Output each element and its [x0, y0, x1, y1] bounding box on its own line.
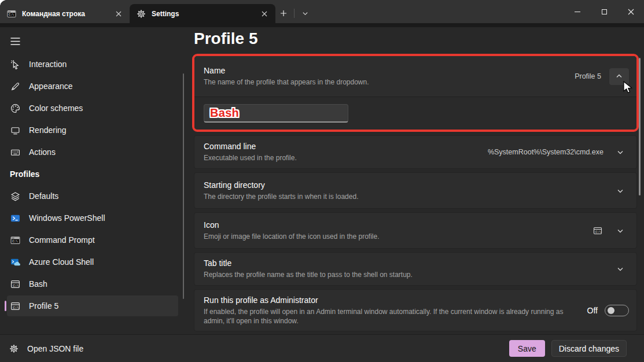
setting-description: Emoji or image file location of the icon… — [204, 232, 593, 241]
svg-text:C:\: C:\ — [13, 305, 19, 309]
setting-value: %SystemRoot%\System32\cmd.exe — [488, 148, 603, 156]
sidebar-item-azure-cloud-shell[interactable]: Azure Cloud Shell — [7, 252, 178, 272]
cmd-icon: C:\ — [10, 235, 20, 245]
row-icon[interactable]: Icon Emoji or image file location of the… — [194, 212, 637, 249]
setting-title: Run this profile as Administrator — [204, 295, 587, 305]
maximize-icon — [602, 9, 607, 14]
setting-description: Replaces the profile name as the title t… — [204, 270, 612, 279]
sidebar-item-label: Defaults — [29, 191, 58, 201]
toggle-knob — [608, 307, 614, 314]
sidebar-item-windows-powershell[interactable]: Windows PowerShell — [7, 208, 178, 228]
sidebar-item-label: Windows PowerShell — [29, 213, 105, 223]
tab-close-icon[interactable] — [113, 9, 124, 19]
chevron-down-icon[interactable] — [612, 227, 629, 234]
setting-title: Tab title — [204, 258, 612, 268]
sidebar-item-label: Interaction — [29, 60, 67, 69]
layers-icon — [10, 191, 20, 201]
save-button[interactable]: Save — [509, 340, 545, 357]
profile-icon-preview: C:\ — [593, 226, 602, 235]
svg-text:C:\: C:\ — [595, 230, 601, 234]
app-window: C:\ Командная строка Settings — [0, 0, 644, 362]
svg-text:C:\: C:\ — [9, 13, 14, 17]
sidebar-item-label: Command Prompt — [29, 235, 95, 245]
name-expander-header[interactable]: Name The name of the profile that appear… — [194, 56, 636, 97]
chevron-down-icon[interactable] — [612, 149, 629, 156]
powershell-icon — [10, 213, 20, 223]
sidebar-item-actions[interactable]: Actions — [7, 142, 178, 162]
row-run-as-administrator: Run this profile as Administrator If ena… — [194, 289, 637, 331]
open-json-file-button[interactable]: Open JSON file — [9, 344, 83, 353]
sidebar-item-label: Appearance — [29, 82, 73, 91]
tab-command-prompt[interactable]: C:\ Командная строка — [0, 4, 130, 23]
setting-value: Profile 5 — [575, 72, 601, 80]
close-icon — [628, 9, 634, 15]
new-tab-button[interactable] — [275, 5, 292, 21]
sidebar-item-rendering[interactable]: Rendering — [7, 120, 178, 141]
terminal-outline-icon: C:\ — [10, 279, 20, 289]
sidebar-item-appearance[interactable]: Appearance — [7, 76, 178, 97]
window-controls — [564, 0, 644, 23]
sidebar-item-label: Actions — [29, 147, 56, 157]
hamburger-menu-button[interactable] — [8, 35, 23, 47]
sidebar-item-profile-5[interactable]: C:\ Profile 5 — [7, 295, 178, 316]
name-expander-collapse-button[interactable] — [609, 68, 629, 85]
annotation-highlight-box: Name The name of the profile that appear… — [192, 54, 639, 132]
chevron-down-icon[interactable] — [612, 187, 629, 194]
name-input[interactable]: Bash — [204, 104, 348, 123]
setting-description: Executable used in the profile. — [204, 153, 488, 162]
sidebar-item-label: Azure Cloud Shell — [29, 257, 94, 267]
footer-bar: Open JSON file Save Discard changes — [0, 334, 644, 362]
row-starting-directory[interactable]: Starting directory The directory the pro… — [194, 172, 637, 209]
chevron-up-icon — [616, 73, 623, 80]
discard-changes-button[interactable]: Discard changes — [551, 340, 627, 357]
titlebar-separator — [294, 9, 295, 18]
paintbrush-icon — [10, 82, 20, 91]
name-expander-body: Bash — [194, 97, 636, 130]
svg-text:C:\: C:\ — [12, 240, 18, 243]
minimize-icon — [575, 12, 580, 12]
palette-icon — [10, 104, 20, 113]
toggle-state-label: Off — [587, 306, 598, 315]
setting-description: The directory the profile starts in when… — [204, 192, 612, 201]
tab-dropdown-button[interactable] — [297, 5, 313, 21]
setting-description: If enabled, the profile will open in an … — [204, 307, 569, 326]
profiles-section-header: Profiles — [7, 164, 178, 184]
setting-description: The name of the profile that appears in … — [204, 77, 575, 87]
sidebar-item-color-schemes[interactable]: Color schemes — [7, 98, 178, 119]
sidebar-item-bash[interactable]: C:\ Bash — [7, 274, 178, 294]
sidebar-item-label: Rendering — [29, 125, 67, 135]
row-command-line[interactable]: Command line Executable used in the prof… — [194, 135, 637, 169]
sidebar-item-label: Color schemes — [29, 104, 83, 113]
setting-title: Name — [204, 66, 575, 75]
setting-title: Starting directory — [204, 180, 612, 190]
chevron-down-icon[interactable] — [612, 265, 629, 272]
sidebar-item-defaults[interactable]: Defaults — [7, 186, 178, 206]
admin-toggle-switch[interactable] — [605, 305, 629, 316]
titlebar: C:\ Командная строка Settings — [0, 0, 644, 23]
svg-text:C:\: C:\ — [13, 283, 19, 287]
azure-cloud-shell-icon — [10, 257, 20, 267]
settings-sidebar: Interaction Appearance Color schemes Ren… — [0, 27, 185, 334]
close-button[interactable] — [617, 0, 644, 23]
main-scrollbar[interactable] — [639, 58, 641, 195]
sidebar-scrollbar[interactable] — [183, 73, 184, 299]
gear-icon — [137, 9, 146, 19]
row-tab-title[interactable]: Tab title Replaces the profile name as t… — [194, 252, 637, 286]
sidebar-item-label: Profile 5 — [29, 301, 58, 311]
plus-icon — [280, 10, 287, 17]
hamburger-icon — [10, 38, 20, 45]
tab-close-icon[interactable] — [259, 9, 270, 19]
name-input-value: Bash — [210, 106, 239, 120]
setting-title: Icon — [204, 220, 593, 230]
maximize-button[interactable] — [591, 0, 617, 23]
sidebar-item-interaction[interactable]: Interaction — [7, 54, 178, 75]
interaction-icon — [10, 60, 20, 69]
tab-label: Командная строка — [22, 10, 108, 18]
sidebar-item-label: Bash — [29, 279, 47, 289]
terminal-outline-icon: C:\ — [10, 301, 20, 311]
minimize-button[interactable] — [564, 0, 591, 23]
tab-label: Settings — [152, 10, 253, 18]
sidebar-item-command-prompt[interactable]: C:\ Command Prompt — [7, 230, 178, 250]
open-json-label: Open JSON file — [27, 344, 83, 353]
tab-settings[interactable]: Settings — [130, 4, 275, 23]
